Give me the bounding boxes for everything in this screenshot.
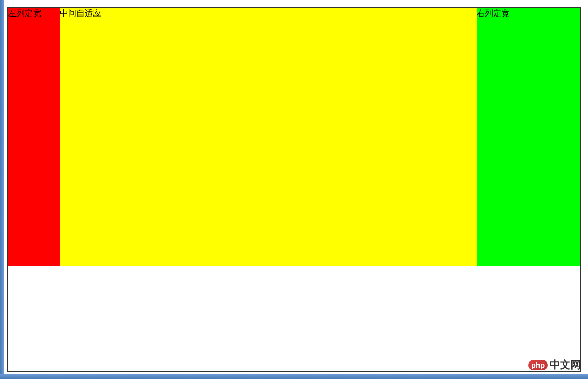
left-column-label: 左列定宽: [8, 9, 41, 18]
watermark-text: 中文网: [550, 358, 581, 372]
center-column: 中间自适应: [60, 8, 477, 266]
right-column: 右列定宽: [477, 8, 580, 266]
window-border-bottom: [0, 374, 588, 379]
window-border-left: [0, 0, 4, 379]
center-column-label: 中间自适应: [60, 9, 101, 18]
left-column: 左列定宽: [8, 8, 60, 266]
watermark: php 中文网: [528, 358, 581, 372]
three-column-layout: 左列定宽 中间自适应 右列定宽: [8, 8, 580, 266]
right-column-label: 右列定宽: [477, 9, 510, 18]
watermark-logo: php: [528, 360, 548, 370]
page-content: 左列定宽 中间自适应 右列定宽: [7, 7, 581, 372]
